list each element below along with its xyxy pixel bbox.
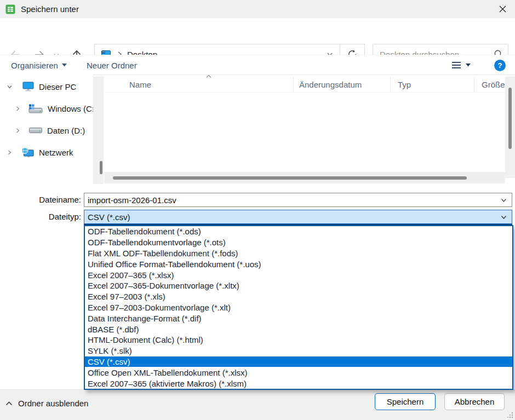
column-label: Größe xyxy=(482,80,505,89)
filetype-option[interactable]: ODF-Tabellendokumentvorlage (*.ots) xyxy=(85,237,512,248)
filetype-option[interactable]: Office Open XML-Tabellendokument (*.xlsx… xyxy=(85,367,512,378)
filetype-option[interactable]: Flat XML ODF-Tabellendokument (*.fods) xyxy=(85,248,512,259)
hide-folders-button[interactable]: Ordner ausblenden xyxy=(5,399,88,408)
caret-down-icon xyxy=(466,64,471,67)
file-list-horizontal-scrollbar-thumb[interactable] xyxy=(113,176,467,180)
filetype-label: Dateityp: xyxy=(0,210,81,224)
filetype-option[interactable]: dBASE (*.dbf) xyxy=(85,324,512,335)
sidebar-item-daten-d[interactable]: Daten (D:) xyxy=(0,119,93,141)
column-header-type[interactable]: Typ xyxy=(391,77,474,93)
filetype-option[interactable]: Excel 97–2003-Dokumentvorlage (*.xlt) xyxy=(85,302,512,313)
titlebar: Speichern unter xyxy=(0,0,515,18)
chevron-down-icon xyxy=(500,214,507,221)
sidebar-item-label: Netzwerk xyxy=(39,148,73,157)
sidebar-item-this-pc[interactable]: Dieser PC xyxy=(0,76,93,97)
column-label: Änderungsdatum xyxy=(299,80,362,89)
filetype-option[interactable]: HTML-Dokument (Calc) (*.html) xyxy=(85,335,512,346)
chevron-up-icon xyxy=(5,401,13,406)
filetype-option[interactable]: Excel 2007–365 (aktivierte Makros) (*.xl… xyxy=(85,378,512,389)
column-label: Name xyxy=(129,80,151,89)
filetype-option[interactable]: Excel 97–2003 (*.xls) xyxy=(85,291,512,302)
filetype-option[interactable]: Data Interchange-Format (*.dif) xyxy=(85,313,512,324)
resize-grip-icon[interactable] xyxy=(507,412,513,418)
filetype-option[interactable]: Excel 2007–365-Dokumentvorlage (*.xltx) xyxy=(85,280,512,291)
sidebar-scrollbar-track[interactable] xyxy=(93,77,104,184)
close-button[interactable] xyxy=(490,0,515,18)
filename-dropdown-button[interactable] xyxy=(500,197,507,204)
filetype-option[interactable]: CSV (*.csv) xyxy=(85,356,512,367)
caret-down-icon xyxy=(62,64,67,67)
save-button[interactable]: Speichern xyxy=(375,393,436,410)
help-icon: ? xyxy=(494,60,506,71)
network-icon xyxy=(21,147,34,158)
filename-combobox xyxy=(84,193,512,207)
filetype-option[interactable]: SYLK (*.slk) xyxy=(85,346,512,356)
organize-label: Organisieren xyxy=(11,61,58,70)
help-button[interactable]: ? xyxy=(494,55,506,75)
filetype-selected-value: CSV (*.csv) xyxy=(84,212,500,222)
chevron-collapsed-icon[interactable] xyxy=(7,149,13,156)
view-options-button[interactable] xyxy=(451,55,471,75)
chevron-collapsed-icon[interactable] xyxy=(15,106,21,112)
filetype-option[interactable]: ODF-Tabellendokument (*.ods) xyxy=(85,226,512,237)
filetype-option[interactable]: Excel 2007–365 (*.xlsx) xyxy=(85,269,512,280)
filename-input[interactable] xyxy=(84,195,500,205)
filetype-combobox[interactable]: CSV (*.csv) xyxy=(84,210,512,224)
window-title: Speichern unter xyxy=(21,4,79,14)
data-drive-icon xyxy=(29,127,42,134)
column-header-size[interactable]: Größe xyxy=(474,77,506,93)
column-header-date-modified[interactable]: Änderungsdatum xyxy=(294,77,391,93)
windows-drive-icon xyxy=(28,104,43,113)
new-folder-label: Neuer Ordner xyxy=(87,61,137,70)
hide-folders-label: Ordner ausblenden xyxy=(18,399,88,408)
sidebar-item-label: Daten (D:) xyxy=(47,126,85,135)
cancel-button[interactable]: Abbrechen xyxy=(444,393,505,410)
filename-label: Dateiname: xyxy=(0,193,81,207)
filetype-dropdown-list: ODF-Tabellendokument (*.ods)ODF-Tabellen… xyxy=(84,225,513,390)
close-icon xyxy=(499,5,506,13)
chevron-expanded-icon[interactable] xyxy=(7,84,13,90)
filetype-option[interactable]: Unified Office Format-Tabellendokument (… xyxy=(85,258,512,269)
dialog-footer: Ordner ausblenden Speichern Abbrechen xyxy=(0,389,515,420)
save-as-dialog: Speichern unter xyxy=(0,0,515,420)
chevron-collapsed-icon[interactable] xyxy=(15,128,21,134)
file-list-horizontal-scrollbar-track[interactable] xyxy=(104,172,505,183)
calc-app-icon xyxy=(5,4,15,14)
this-pc-icon xyxy=(22,82,34,91)
organize-button[interactable]: Organisieren xyxy=(11,55,67,75)
command-bar: Organisieren Neuer Ordner ? xyxy=(0,55,515,75)
sidebar-item-windows-c[interactable]: Windows (C:) xyxy=(0,97,93,119)
file-list-vertical-scrollbar-thumb[interactable] xyxy=(508,88,512,149)
navigation-tree: Dieser PC Windows (C:) xyxy=(0,74,93,186)
sidebar-scrollbar-thumb[interactable] xyxy=(100,161,102,174)
column-header-name[interactable]: Name xyxy=(105,77,294,93)
navigation-bar: Desktop xyxy=(0,18,515,55)
chevron-down-icon xyxy=(500,197,507,204)
sidebar-item-label: Windows (C:) xyxy=(48,104,97,113)
new-folder-button[interactable]: Neuer Ordner xyxy=(87,55,137,75)
sidebar-item-label: Dieser PC xyxy=(39,82,76,91)
file-list-vertical-scrollbar-track[interactable] xyxy=(505,77,515,178)
filetype-dropdown-button[interactable] xyxy=(500,214,507,221)
sidebar-item-netzwerk[interactable]: Netzwerk xyxy=(0,141,93,163)
column-label: Typ xyxy=(398,80,411,89)
file-list-header: Name Änderungsdatum Typ Größe xyxy=(104,77,505,93)
list-view-icon xyxy=(451,61,461,69)
